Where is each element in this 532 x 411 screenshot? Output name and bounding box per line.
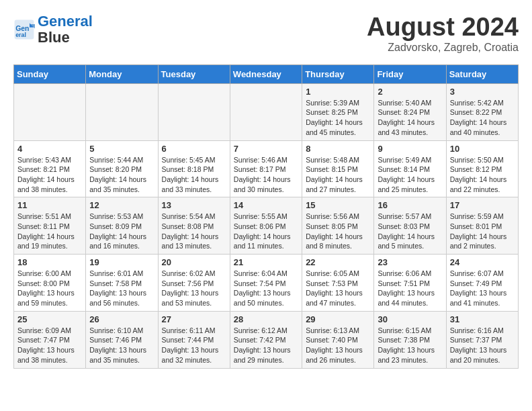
day-info: Sunrise: 6:06 AMSunset: 7:51 PMDaylight:… [378,269,442,308]
calendar-day-4: 4Sunrise: 5:43 AMSunset: 8:21 PMDaylight… [14,140,86,197]
day-number: 27 [162,314,226,324]
empty-day-cell [230,83,302,140]
day-number: 15 [306,200,370,210]
calendar-day-18: 18Sunrise: 6:00 AMSunset: 8:00 PMDayligh… [14,255,86,312]
day-number: 28 [234,314,298,324]
day-number: 21 [234,257,298,267]
calendar-day-1: 1Sunrise: 5:39 AMSunset: 8:25 PMDaylight… [302,83,374,140]
day-info: Sunrise: 6:11 AMSunset: 7:44 PMDaylight:… [162,326,226,365]
day-info: Sunrise: 6:10 AMSunset: 7:46 PMDaylight:… [89,326,154,365]
day-number: 2 [378,87,442,97]
calendar-day-25: 25Sunrise: 6:09 AMSunset: 7:47 PMDayligh… [14,311,86,368]
calendar-day-28: 28Sunrise: 6:12 AMSunset: 7:42 PMDayligh… [230,311,302,368]
day-number: 12 [89,200,154,210]
calendar-day-7: 7Sunrise: 5:46 AMSunset: 8:17 PMDaylight… [230,140,302,197]
weekday-header-wednesday: Wednesday [230,64,302,83]
day-number: 22 [306,257,370,267]
page-header: Gen eral GeneralBlue August 2024 Zadvors… [13,13,519,54]
day-info: Sunrise: 6:16 AMSunset: 7:37 PMDaylight:… [450,326,515,365]
day-number: 14 [234,200,298,210]
day-info: Sunrise: 5:56 AMSunset: 8:05 PMDaylight:… [306,212,370,251]
day-info: Sunrise: 6:04 AMSunset: 7:54 PMDaylight:… [234,269,298,308]
month-year-title: August 2024 [367,13,519,42]
day-info: Sunrise: 5:44 AMSunset: 8:20 PMDaylight:… [89,155,154,195]
calendar-day-30: 30Sunrise: 6:15 AMSunset: 7:38 PMDayligh… [374,311,446,368]
calendar-day-24: 24Sunrise: 6:07 AMSunset: 7:49 PMDayligh… [446,255,518,312]
logo-icon: Gen eral [13,19,35,40]
day-number: 25 [17,314,82,324]
calendar-day-10: 10Sunrise: 5:50 AMSunset: 8:12 PMDayligh… [446,140,518,197]
location-subtitle: Zadvorsko, Zagreb, Croatia [367,42,519,54]
calendar-day-2: 2Sunrise: 5:40 AMSunset: 8:24 PMDaylight… [374,83,446,140]
day-number: 6 [162,144,226,154]
day-number: 5 [89,144,154,154]
day-info: Sunrise: 5:39 AMSunset: 8:25 PMDaylight:… [306,98,370,138]
calendar-day-12: 12Sunrise: 5:53 AMSunset: 8:09 PMDayligh… [86,197,158,255]
day-number: 1 [306,87,370,97]
day-number: 17 [450,200,515,210]
empty-day-cell [158,83,230,140]
calendar-day-29: 29Sunrise: 6:13 AMSunset: 7:40 PMDayligh… [302,311,374,368]
logo-text: GeneralBlue [38,13,93,46]
calendar-day-20: 20Sunrise: 6:02 AMSunset: 7:56 PMDayligh… [158,255,230,312]
day-number: 23 [378,257,442,267]
day-info: Sunrise: 6:13 AMSunset: 7:40 PMDaylight:… [306,326,370,365]
day-number: 19 [89,257,154,267]
day-number: 31 [450,314,515,324]
day-info: Sunrise: 6:12 AMSunset: 7:42 PMDaylight:… [234,326,298,365]
weekday-header-saturday: Saturday [446,64,518,83]
weekday-header-friday: Friday [374,64,446,83]
day-info: Sunrise: 5:46 AMSunset: 8:17 PMDaylight:… [234,155,298,195]
calendar-day-17: 17Sunrise: 5:59 AMSunset: 8:01 PMDayligh… [446,197,518,255]
logo: Gen eral GeneralBlue [13,13,93,46]
calendar-day-8: 8Sunrise: 5:48 AMSunset: 8:15 PMDaylight… [302,140,374,197]
calendar-day-22: 22Sunrise: 6:05 AMSunset: 7:53 PMDayligh… [302,255,374,312]
day-number: 4 [17,144,82,154]
calendar-day-26: 26Sunrise: 6:10 AMSunset: 7:46 PMDayligh… [86,311,158,368]
day-info: Sunrise: 5:42 AMSunset: 8:22 PMDaylight:… [450,98,515,138]
day-number: 24 [450,257,515,267]
calendar-table: SundayMondayTuesdayWednesdayThursdayFrid… [13,64,519,369]
day-info: Sunrise: 5:55 AMSunset: 8:06 PMDaylight:… [234,212,298,251]
day-info: Sunrise: 5:45 AMSunset: 8:18 PMDaylight:… [162,155,226,195]
calendar-week-row: 4Sunrise: 5:43 AMSunset: 8:21 PMDaylight… [14,140,519,197]
calendar-week-row: 25Sunrise: 6:09 AMSunset: 7:47 PMDayligh… [14,311,519,368]
day-info: Sunrise: 6:09 AMSunset: 7:47 PMDaylight:… [17,326,82,365]
day-info: Sunrise: 5:57 AMSunset: 8:03 PMDaylight:… [378,212,442,251]
day-info: Sunrise: 5:51 AMSunset: 8:11 PMDaylight:… [17,212,82,251]
calendar-day-31: 31Sunrise: 6:16 AMSunset: 7:37 PMDayligh… [446,311,518,368]
day-info: Sunrise: 5:59 AMSunset: 8:01 PMDaylight:… [450,212,515,251]
calendar-day-27: 27Sunrise: 6:11 AMSunset: 7:44 PMDayligh… [158,311,230,368]
calendar-day-11: 11Sunrise: 5:51 AMSunset: 8:11 PMDayligh… [14,197,86,255]
day-number: 10 [450,144,515,154]
day-info: Sunrise: 5:40 AMSunset: 8:24 PMDaylight:… [378,98,442,138]
day-info: Sunrise: 5:49 AMSunset: 8:14 PMDaylight:… [378,155,442,195]
day-info: Sunrise: 5:50 AMSunset: 8:12 PMDaylight:… [450,155,515,195]
day-info: Sunrise: 5:54 AMSunset: 8:08 PMDaylight:… [162,212,226,251]
empty-day-cell [14,83,86,140]
title-block: August 2024 Zadvorsko, Zagreb, Croatia [367,13,519,54]
day-number: 16 [378,200,442,210]
day-info: Sunrise: 5:48 AMSunset: 8:15 PMDaylight:… [306,155,370,195]
day-info: Sunrise: 5:53 AMSunset: 8:09 PMDaylight:… [89,212,154,251]
day-number: 20 [162,257,226,267]
svg-text:Gen: Gen [15,25,29,32]
day-info: Sunrise: 6:15 AMSunset: 7:38 PMDaylight:… [378,326,442,365]
empty-day-cell [86,83,158,140]
calendar-week-row: 18Sunrise: 6:00 AMSunset: 8:00 PMDayligh… [14,255,519,312]
day-info: Sunrise: 6:00 AMSunset: 8:00 PMDaylight:… [17,269,82,308]
calendar-day-3: 3Sunrise: 5:42 AMSunset: 8:22 PMDaylight… [446,83,518,140]
day-number: 29 [306,314,370,324]
calendar-day-16: 16Sunrise: 5:57 AMSunset: 8:03 PMDayligh… [374,197,446,255]
calendar-day-19: 19Sunrise: 6:01 AMSunset: 7:58 PMDayligh… [86,255,158,312]
weekday-header-row: SundayMondayTuesdayWednesdayThursdayFrid… [14,64,519,83]
calendar-day-9: 9Sunrise: 5:49 AMSunset: 8:14 PMDaylight… [374,140,446,197]
weekday-header-monday: Monday [86,64,158,83]
day-number: 11 [17,200,82,210]
svg-text:eral: eral [15,32,26,38]
calendar-week-row: 1Sunrise: 5:39 AMSunset: 8:25 PMDaylight… [14,83,519,140]
calendar-day-13: 13Sunrise: 5:54 AMSunset: 8:08 PMDayligh… [158,197,230,255]
day-number: 9 [378,144,442,154]
weekday-header-thursday: Thursday [302,64,374,83]
day-info: Sunrise: 5:43 AMSunset: 8:21 PMDaylight:… [17,155,82,195]
